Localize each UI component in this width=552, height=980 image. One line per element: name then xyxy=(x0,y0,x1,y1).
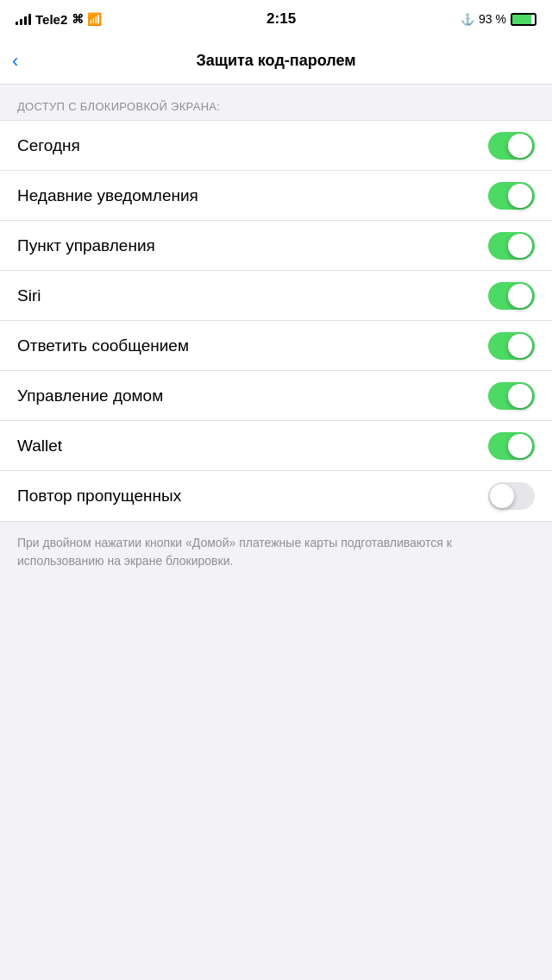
toggle-switch[interactable] xyxy=(488,332,535,360)
nav-bar: ‹ Защита код-паролем xyxy=(0,38,552,85)
toggle-switch[interactable] xyxy=(488,282,535,310)
row-label: Siri xyxy=(17,286,41,305)
status-time: 2:15 xyxy=(267,10,296,28)
toggle-thumb xyxy=(490,484,514,508)
row-label: Недавние уведомления xyxy=(17,186,198,205)
toggle-switch[interactable] xyxy=(488,432,535,460)
row-label: Управление домом xyxy=(17,386,163,405)
settings-row: Siri xyxy=(0,271,552,321)
battery-icon xyxy=(511,13,536,26)
toggle-switch[interactable] xyxy=(488,482,535,510)
lock-icon: ⚓ xyxy=(461,13,474,26)
signal-icon xyxy=(16,13,31,25)
settings-row: Wallet xyxy=(0,421,552,471)
status-right: ⚓ 93 % xyxy=(461,12,536,26)
toggle-switch[interactable] xyxy=(488,132,535,160)
status-bar: Tele2 ⌘ 📶 2:15 ⚓ 93 % xyxy=(0,0,552,38)
footer-note: При двойном нажатии кнопки «Домой» плате… xyxy=(0,522,552,587)
toggle-thumb xyxy=(508,134,532,158)
settings-row: Сегодня xyxy=(0,121,552,171)
row-label: Сегодня xyxy=(17,136,80,155)
toggle-thumb xyxy=(508,334,532,358)
toggle-thumb xyxy=(508,284,532,308)
toggle-thumb xyxy=(508,234,532,258)
settings-row: Недавние уведомления xyxy=(0,171,552,221)
toggle-thumb xyxy=(508,184,532,208)
row-label: Пункт управления xyxy=(17,236,155,255)
back-button[interactable]: ‹ xyxy=(12,50,18,72)
row-label: Повтор пропущенных xyxy=(17,487,181,506)
carrier-label: Tele2 xyxy=(35,12,67,27)
settings-row: Управление домом xyxy=(0,371,552,421)
section-header: ДОСТУП С БЛОКИРОВКОЙ ЭКРАНА: xyxy=(0,85,552,120)
toggle-thumb xyxy=(508,434,532,458)
row-label: Wallet xyxy=(17,437,62,455)
toggle-switch[interactable] xyxy=(488,182,535,210)
row-label: Ответить сообщением xyxy=(17,336,189,355)
toggle-switch[interactable] xyxy=(488,232,535,260)
toggle-thumb xyxy=(508,384,532,408)
settings-row: Повтор пропущенных xyxy=(0,471,552,521)
settings-row: Пункт управления xyxy=(0,221,552,271)
nav-title: Защита код-паролем xyxy=(196,52,355,70)
settings-row: Ответить сообщением xyxy=(0,321,552,371)
toggle-switch[interactable] xyxy=(488,382,535,410)
battery-percent: 93 % xyxy=(479,12,506,26)
wifi-icon: ⌘ 📶 xyxy=(72,12,102,26)
status-left: Tele2 ⌘ 📶 xyxy=(16,12,102,27)
settings-list: СегодняНедавние уведомленияПункт управле… xyxy=(0,120,552,522)
